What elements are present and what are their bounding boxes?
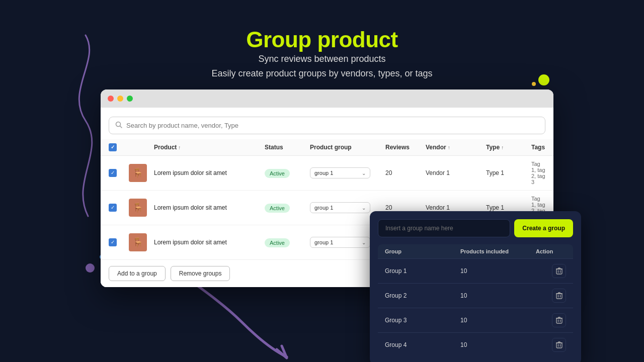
groups-col-products: Products included bbox=[460, 248, 536, 254]
status-badge: Active bbox=[265, 169, 290, 178]
checkmark-icon: ✓ bbox=[111, 145, 115, 150]
group-product-count: 10 bbox=[460, 317, 536, 324]
decorative-dot-yellow-small bbox=[532, 82, 536, 86]
product-thumbnail: 🪑 bbox=[129, 164, 154, 182]
checkmark-icon: ✓ bbox=[111, 205, 115, 210]
row-checkbox[interactable]: ✓ bbox=[109, 238, 117, 246]
delete-group-button[interactable] bbox=[552, 289, 566, 303]
product-group-select[interactable]: group 1 ⌄ bbox=[310, 167, 385, 178]
groups-table: Group Products included Action Group 1 1… bbox=[378, 244, 573, 357]
chevron-down-icon: ⌄ bbox=[362, 170, 366, 176]
product-status: Active bbox=[265, 203, 310, 213]
table-row: ✓ 🪑 Lorem ipsum dolor sit amet Active gr… bbox=[101, 156, 553, 191]
delete-group-button[interactable] bbox=[552, 313, 566, 327]
vendor-sort-icon[interactable]: ↑ bbox=[448, 145, 450, 150]
select-all-checkbox[interactable]: ✓ bbox=[109, 143, 117, 151]
window-maximize-btn[interactable] bbox=[127, 96, 133, 102]
vendor-text: Vendor 1 bbox=[426, 169, 486, 176]
col-vendor: Vendor ↑ bbox=[426, 143, 486, 151]
type-text: Type 1 bbox=[486, 169, 531, 176]
search-container bbox=[101, 108, 553, 139]
product-status: Active bbox=[265, 238, 310, 247]
group-product-count: 10 bbox=[460, 267, 536, 275]
create-group-button[interactable]: Create a group bbox=[514, 219, 573, 237]
row-checkbox[interactable]: ✓ bbox=[109, 169, 117, 177]
vendor-text: Vendor 1 bbox=[426, 204, 486, 211]
group-name: Group 1 bbox=[385, 267, 460, 275]
svg-rect-10 bbox=[556, 318, 562, 323]
group-management-panel: Create a group Group Products included A… bbox=[370, 211, 581, 362]
table-header: ✓ Product ↑ Status Product group Reviews… bbox=[101, 139, 553, 156]
group-name: Group 3 bbox=[385, 317, 460, 324]
status-badge: Active bbox=[265, 238, 290, 247]
chevron-down-icon: ⌄ bbox=[362, 205, 366, 211]
checkmark-icon: ✓ bbox=[111, 240, 115, 245]
search-bar bbox=[109, 117, 545, 134]
col-checkbox: ✓ bbox=[109, 143, 129, 151]
product-thumbnail: 🪑 bbox=[129, 233, 154, 251]
row-checkbox-cell: ✓ bbox=[109, 169, 129, 177]
panel-input-row: Create a group bbox=[378, 219, 573, 237]
group-product-count: 10 bbox=[460, 292, 536, 299]
col-product-group: Product group bbox=[310, 143, 385, 151]
group-action-cell bbox=[536, 313, 566, 327]
add-to-group-button[interactable]: Add to a group bbox=[109, 266, 166, 281]
product-thumbnail: 🪑 bbox=[129, 199, 154, 217]
svg-rect-6 bbox=[556, 294, 562, 299]
tags-text: Tag 1, tag 2, tag 3 bbox=[531, 161, 545, 185]
type-sort-icon[interactable]: ↑ bbox=[501, 145, 504, 150]
group-action-cell bbox=[536, 289, 566, 303]
checkmark-icon: ✓ bbox=[111, 170, 115, 175]
reviews-count: 20 bbox=[385, 169, 426, 176]
type-text: Type 1 bbox=[486, 204, 531, 211]
groups-col-group: Group bbox=[385, 248, 460, 254]
search-input[interactable] bbox=[126, 122, 539, 129]
row-checkbox-cell: ✓ bbox=[109, 238, 129, 246]
row-checkbox[interactable]: ✓ bbox=[109, 204, 117, 212]
group-name: Group 4 bbox=[385, 341, 460, 348]
col-tags: Tags bbox=[531, 143, 545, 151]
product-name: Lorem ipsum dolor sit amet bbox=[154, 204, 265, 212]
groups-table-body: Group 1 10 Group 2 10 bbox=[378, 259, 573, 357]
group-action-cell bbox=[536, 264, 566, 278]
browser-titlebar bbox=[101, 89, 553, 108]
groups-col-action: Action bbox=[536, 248, 566, 254]
product-sort-icon[interactable]: ↑ bbox=[178, 145, 181, 150]
search-icon bbox=[115, 121, 122, 130]
status-badge: Active bbox=[265, 204, 290, 213]
delete-group-button[interactable] bbox=[552, 338, 566, 352]
group-name-input[interactable] bbox=[378, 219, 510, 237]
group-row: Group 1 10 bbox=[378, 259, 573, 284]
product-name: Lorem ipsum dolor sit amet bbox=[154, 238, 265, 247]
group-name: Group 2 bbox=[385, 292, 460, 299]
group-action-cell bbox=[536, 338, 566, 352]
groups-table-header: Group Products included Action bbox=[378, 244, 573, 259]
window-close-btn[interactable] bbox=[108, 96, 114, 102]
col-reviews: Reviews bbox=[385, 143, 426, 151]
product-name: Lorem ipsum dolor sit amet bbox=[154, 169, 265, 177]
page-subtitle-2: Easily create product groups by vendors,… bbox=[0, 66, 644, 81]
remove-groups-button[interactable]: Remove groups bbox=[171, 266, 230, 281]
col-type: Type ↑ bbox=[486, 143, 531, 151]
col-status: Status bbox=[265, 143, 310, 151]
group-row: Group 4 10 bbox=[378, 333, 573, 357]
delete-group-button[interactable] bbox=[552, 264, 566, 278]
col-product: Product ↑ bbox=[154, 143, 265, 151]
svg-rect-2 bbox=[556, 269, 562, 274]
page-header: Group product Sync reviews between produ… bbox=[0, 0, 644, 81]
chevron-down-icon: ⌄ bbox=[362, 240, 366, 245]
col-image bbox=[129, 143, 154, 151]
page-subtitle-1: Sync reviews between products bbox=[0, 52, 644, 66]
window-minimize-btn[interactable] bbox=[117, 96, 123, 102]
group-product-count: 10 bbox=[460, 341, 536, 348]
svg-line-1 bbox=[120, 126, 122, 128]
reviews-count: 20 bbox=[385, 204, 426, 211]
decorative-dot-purple bbox=[86, 263, 95, 273]
product-status: Active bbox=[265, 168, 310, 178]
svg-rect-14 bbox=[556, 343, 562, 348]
group-row: Group 2 10 bbox=[378, 284, 573, 308]
row-checkbox-cell: ✓ bbox=[109, 204, 129, 212]
group-row: Group 3 10 bbox=[378, 308, 573, 333]
page-title: Group product bbox=[0, 28, 644, 52]
